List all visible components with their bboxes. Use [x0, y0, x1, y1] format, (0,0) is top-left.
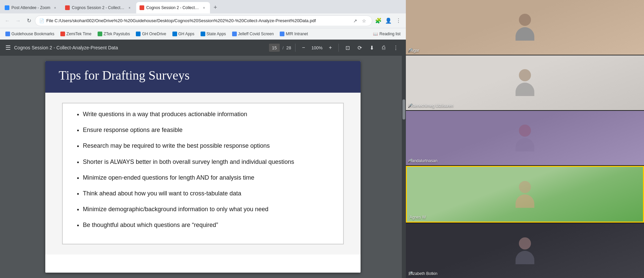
pdf-zoom-in-button[interactable]: +	[326, 44, 334, 52]
participant-name-elizabeth: Elizabeth Botkin	[409, 271, 437, 276]
reading-list-button[interactable]: 📖 Reading list	[370, 31, 403, 37]
bookmark-state-apps[interactable]: State Apps	[198, 31, 229, 37]
pdf-content: Tips for Drafting Surveys Write question…	[0, 56, 406, 278]
bookmark-jelleff[interactable]: Jelleff Covid Screen	[229, 31, 277, 37]
slide-header: Tips for Drafting Surveys	[45, 61, 361, 93]
browser-window: Post Attendee - Zoom × Cognos Session 2 …	[0, 0, 406, 278]
pdf-print-icon[interactable]: ⎙	[379, 43, 388, 52]
bullet-item-3: Shorter is ALWAYS better in both overall…	[83, 158, 333, 166]
bookmark-label-jelleff: Jelleff Covid Screen	[238, 32, 274, 36]
forward-button[interactable]: →	[13, 16, 23, 26]
silhouette-body-sugar	[516, 27, 534, 41]
slide-border-box: Write questions in a way that produces a…	[62, 103, 344, 244]
bookmark-gh-apps[interactable]: GH Apps	[170, 31, 197, 37]
pdf-scrollbar[interactable]	[402, 56, 406, 278]
bookmark-label-zemitek: ZemiTek Time	[66, 32, 92, 36]
pdf-toolbar-divider2	[338, 44, 339, 52]
pdf-toolbar-divider	[295, 44, 296, 52]
tab-favicon-cognos1	[65, 5, 70, 10]
share-icon[interactable]: ↗	[351, 17, 359, 25]
bookmark-label-mfr: MfR Intranet	[286, 32, 308, 36]
silhouette-body-agnes	[516, 194, 534, 208]
new-tab-button[interactable]: +	[211, 3, 220, 12]
reading-list-label: Reading list	[379, 32, 400, 36]
pdf-scrollbar-thumb[interactable]	[402, 99, 405, 120]
bookmark-ztek[interactable]: ZTek Paystubs	[95, 31, 133, 37]
pdf-toolbar: ☰ Cognos Session 2 - Collect-Analyze-Pre…	[0, 40, 406, 56]
participant-tile-mandalurtnasan: 🎤 mandalurtnasan	[406, 111, 644, 166]
pdf-page-separator: /	[282, 45, 284, 50]
tab-cognos1[interactable]: Cognos Session 2 - Collect-Anal... ×	[62, 2, 136, 13]
participant-name-agnes: Agnes W	[410, 215, 426, 220]
file-icon: 📄	[39, 18, 44, 23]
silhouette-head-sugar	[519, 14, 531, 26]
participant-video-erdenechimeg	[406, 55, 644, 110]
participant-tile-sugar: 🎤 Sugar	[406, 0, 644, 55]
silhouette-head-agnes	[519, 181, 531, 193]
url-bar[interactable]: 📄 File C:/Users/skohari002/OneDrive%20-%…	[35, 15, 372, 26]
pdf-page-input[interactable]	[269, 44, 280, 52]
tab-close-zoom[interactable]: ×	[52, 5, 58, 10]
profile-icon[interactable]: 👤	[384, 16, 393, 26]
bookmark-guidehouse[interactable]: Guidehouse Bookmarks	[3, 31, 57, 37]
pdf-history-icon[interactable]: ⟳	[355, 43, 364, 52]
pdf-page-total: 28	[286, 45, 291, 50]
bookmark-gh-onedrive[interactable]: GH OneDrive	[133, 31, 169, 37]
video-sidebar: 🎤 Sugar 🎤 Erdenechimeg Ulziisuren 🎤 mand…	[406, 0, 644, 278]
bookmark-label-state-apps: State Apps	[207, 32, 226, 36]
tab-cognos2[interactable]: Cognos Session 2 - Collect-Anal... ×	[136, 2, 210, 13]
pdf-menu-icon[interactable]: ☰	[5, 44, 11, 51]
pdf-more-icon[interactable]: ⋮	[391, 43, 400, 52]
pdf-title: Cognos Session 2 - Collect-Analyze-Prese…	[14, 45, 118, 50]
tab-zoom[interactable]: Post Attendee - Zoom ×	[1, 2, 61, 13]
bullet-item-2: Research may be required to write the be…	[83, 142, 333, 150]
person-silhouette-erdenechimeg	[516, 69, 534, 96]
tab-favicon-zoom	[5, 5, 9, 10]
tab-label-cognos1: Cognos Session 2 - Collect-Anal...	[72, 5, 125, 10]
url-text: File C:/Users/skohari002/OneDrive%20-%20…	[46, 18, 349, 23]
bullet-item-7: Be thoughtful about which questions are …	[83, 221, 333, 229]
pdf-toolbar-right: ⬇ ⎙ ⋮	[367, 43, 400, 52]
bookmark-favicon-guidehouse	[5, 32, 10, 36]
participant-video-elizabeth	[406, 223, 644, 278]
participant-name-erdenechimeg: Erdenechimeg Ulziisuren	[409, 103, 453, 108]
tab-close-cognos2[interactable]: ×	[201, 5, 207, 10]
pdf-fit-page-icon[interactable]: ⊡	[343, 43, 352, 52]
back-button[interactable]: ←	[3, 16, 12, 26]
participant-tile-erdenechimeg: 🎤 Erdenechimeg Ulziisuren	[406, 55, 644, 110]
participant-video-mandalurtnasan	[406, 111, 644, 166]
pdf-slide: Tips for Drafting Surveys Write question…	[45, 61, 361, 273]
bookmark-favicon-mfr	[280, 32, 284, 36]
nav-right-icons: 🧩 👤 ⋮	[374, 16, 403, 26]
pdf-download-icon[interactable]: ⬇	[367, 43, 376, 52]
extensions-icon[interactable]: 🧩	[374, 16, 383, 26]
bookmark-favicon-gh-apps	[172, 32, 177, 36]
bullet-item-1: Ensure response options are feasible	[83, 126, 333, 134]
reading-list-icon: 📖	[373, 32, 378, 36]
settings-menu-icon[interactable]: ⋮	[394, 16, 403, 26]
person-silhouette-elizabeth	[516, 237, 534, 264]
participant-video-sugar	[406, 0, 644, 55]
bullet-item-5: Think ahead about how you will want to c…	[83, 189, 333, 198]
bullet-item-4: Minimize open-ended questions for length…	[83, 174, 333, 182]
silhouette-head-mandalurtnasan	[519, 125, 531, 137]
pdf-zoom-out-button[interactable]: −	[300, 44, 308, 52]
silhouette-head-elizabeth	[519, 237, 531, 249]
tab-favicon-cognos2	[140, 5, 144, 10]
participant-tile-agnes: Agnes W	[406, 166, 644, 223]
pdf-toolbar-center: / 28 − 100% + ⊡ ⟳	[269, 43, 364, 52]
bookmark-label-ztek: ZTek Paystubs	[104, 32, 130, 36]
bookmark-label-gh-apps: GH Apps	[178, 32, 195, 36]
reload-button[interactable]: ↻	[24, 16, 34, 26]
bookmark-favicon-zemitek	[60, 32, 65, 36]
person-silhouette-sugar	[516, 14, 534, 41]
bookmark-star-icon[interactable]: ☆	[360, 17, 368, 25]
nav-bar: ← → ↻ 📄 File C:/Users/skohari002/OneDriv…	[0, 13, 406, 28]
bookmark-zemitek[interactable]: ZemiTek Time	[58, 31, 94, 37]
silhouette-body-erdenechimeg	[516, 83, 534, 96]
slide-body: Write questions in a way that produces a…	[45, 93, 361, 254]
person-silhouette-agnes	[516, 181, 534, 208]
url-action-icons: ↗ ☆	[351, 17, 368, 25]
bookmark-mfr[interactable]: MfR Intranet	[277, 31, 311, 37]
tab-close-cognos1[interactable]: ×	[127, 5, 132, 10]
